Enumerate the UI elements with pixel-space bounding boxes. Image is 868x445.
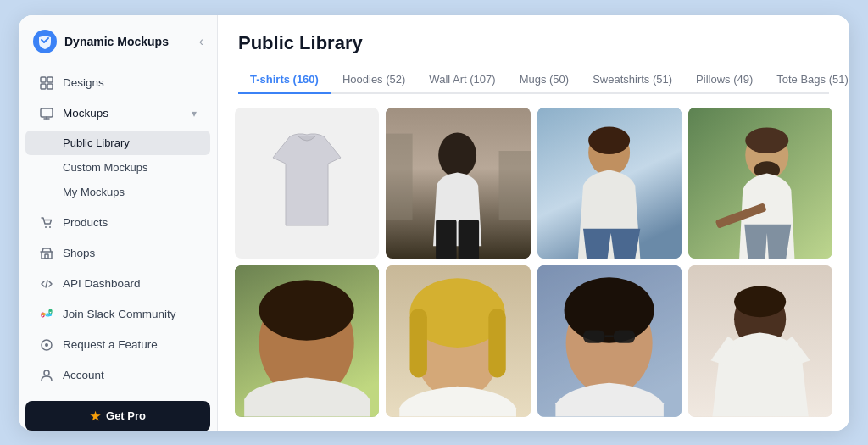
tab-mugs[interactable]: Mugs (50) bbox=[508, 66, 581, 94]
svg-rect-39 bbox=[410, 309, 427, 378]
svg-point-44 bbox=[564, 277, 654, 343]
sidebar: Dynamic Mockups ‹ Designs Mockups ▾ bbox=[19, 15, 218, 431]
mockup-item-1[interactable] bbox=[235, 108, 379, 259]
shops-icon bbox=[39, 246, 54, 261]
svg-point-35 bbox=[259, 280, 354, 340]
designs-icon bbox=[39, 75, 54, 91]
main-content: Public Library T-shirts (160) Hoodies (5… bbox=[218, 15, 849, 431]
mockup-item-4[interactable] bbox=[688, 108, 832, 259]
svg-point-17 bbox=[45, 343, 48, 347]
mockups-chevron-icon: ▾ bbox=[192, 108, 197, 120]
sidebar-item-account[interactable]: Account bbox=[25, 360, 210, 391]
sidebar-item-custom-mockups[interactable]: Custom Mockups bbox=[25, 155, 210, 180]
svg-rect-3 bbox=[41, 84, 46, 89]
brand-logo-icon bbox=[32, 29, 58, 54]
tab-hoodies[interactable]: Hoodies (52) bbox=[331, 66, 417, 94]
svg-point-6 bbox=[45, 226, 47, 228]
api-dashboard-label: API Dashboard bbox=[63, 277, 141, 290]
svg-rect-4 bbox=[47, 84, 53, 89]
feature-icon bbox=[39, 337, 54, 353]
tab-tshirts[interactable]: T-shirts (160) bbox=[238, 66, 331, 94]
collapse-sidebar-icon[interactable]: ‹ bbox=[199, 34, 203, 49]
main-header: Public Library T-shirts (160) Hoodies (5… bbox=[218, 15, 849, 94]
pro-star-icon: ★ bbox=[90, 409, 101, 423]
mockup-item-6[interactable] bbox=[386, 265, 530, 417]
brand-name: Dynamic Mockups bbox=[64, 35, 169, 48]
public-library-label: Public Library bbox=[63, 136, 130, 149]
tab-wall-art[interactable]: Wall Art (107) bbox=[417, 66, 507, 94]
sidebar-item-slack[interactable]: Join Slack Community bbox=[25, 299, 210, 330]
sidebar-item-mockups[interactable]: Mockups ▾ bbox=[25, 98, 210, 129]
designs-label: Designs bbox=[63, 76, 104, 89]
person-silhouette-2 bbox=[537, 108, 682, 259]
slack-label: Join Slack Community bbox=[63, 308, 176, 320]
svg-point-7 bbox=[49, 226, 51, 228]
my-mockups-label: My Mockups bbox=[63, 186, 125, 198]
sidebar-item-public-library[interactable]: Public Library bbox=[25, 131, 210, 155]
products-label: Products bbox=[63, 216, 108, 229]
svg-rect-1 bbox=[41, 77, 46, 82]
mockup-item-7[interactable] bbox=[537, 265, 682, 417]
svg-point-18 bbox=[44, 370, 49, 375]
sidebar-item-shops[interactable]: Shops bbox=[25, 238, 210, 269]
tab-pillows[interactable]: Pillows (49) bbox=[684, 66, 765, 94]
sidebar-item-api-dashboard[interactable]: API Dashboard bbox=[25, 269, 210, 299]
get-pro-button[interactable]: ★ Get Pro bbox=[25, 401, 210, 431]
svg-rect-23 bbox=[436, 220, 456, 259]
api-icon bbox=[39, 276, 54, 292]
mockup-item-8[interactable] bbox=[688, 265, 832, 417]
svg-rect-15 bbox=[42, 313, 46, 315]
svg-point-27 bbox=[588, 126, 630, 154]
sidebar-item-designs[interactable]: Designs bbox=[25, 68, 210, 98]
person-silhouette-1 bbox=[386, 108, 530, 259]
sidebar-item-request-feature[interactable]: Request a Feature bbox=[25, 330, 210, 360]
sidebar-nav: Designs Mockups ▾ Public Library Custom … bbox=[19, 64, 217, 394]
svg-rect-21 bbox=[499, 151, 531, 220]
person-silhouette-7 bbox=[688, 265, 832, 417]
svg-rect-45 bbox=[583, 331, 605, 343]
products-icon bbox=[39, 215, 54, 231]
shops-label: Shops bbox=[63, 247, 95, 259]
custom-mockups-label: Custom Mockups bbox=[63, 161, 147, 174]
image-grid bbox=[235, 108, 832, 417]
page-title: Public Library bbox=[238, 32, 829, 54]
svg-rect-40 bbox=[489, 309, 506, 378]
tshirt-placeholder bbox=[235, 108, 379, 259]
account-icon bbox=[39, 368, 54, 383]
person-silhouette-4 bbox=[235, 265, 379, 417]
svg-point-50 bbox=[734, 286, 786, 317]
mockup-grid-area bbox=[218, 94, 849, 431]
tabs-bar: T-shirts (160) Hoodies (52) Wall Art (10… bbox=[238, 66, 829, 94]
mockups-icon bbox=[39, 106, 54, 121]
request-feature-label: Request a Feature bbox=[63, 338, 158, 351]
slack-icon bbox=[39, 307, 54, 322]
app-container: Dynamic Mockups ‹ Designs Mockups ▾ bbox=[19, 15, 849, 431]
svg-rect-46 bbox=[613, 331, 635, 343]
get-pro-label: Get Pro bbox=[106, 409, 146, 422]
mockups-sub-nav: Public Library Custom Mockups My Mockups bbox=[19, 129, 217, 208]
mockup-item-3[interactable] bbox=[537, 108, 682, 259]
mockup-item-5[interactable] bbox=[235, 265, 379, 417]
mockup-item-2[interactable] bbox=[386, 108, 530, 259]
mockups-label: Mockups bbox=[63, 107, 108, 120]
svg-rect-20 bbox=[386, 133, 413, 220]
sidebar-item-products[interactable]: Products bbox=[25, 208, 210, 238]
svg-rect-2 bbox=[47, 77, 53, 82]
sidebar-footer: ★ Get Pro bbox=[19, 394, 217, 431]
sidebar-item-my-mockups[interactable]: My Mockups bbox=[25, 180, 210, 204]
svg-point-30 bbox=[745, 127, 788, 153]
person-silhouette-5 bbox=[386, 265, 530, 417]
person-silhouette-3 bbox=[688, 108, 832, 259]
sidebar-brand: Dynamic Mockups bbox=[32, 29, 169, 54]
sidebar-header: Dynamic Mockups ‹ bbox=[19, 15, 217, 64]
person-silhouette-6 bbox=[537, 265, 682, 417]
tab-tote-bags[interactable]: Tote Bags (51) bbox=[765, 66, 849, 94]
account-label: Account bbox=[63, 369, 104, 381]
svg-rect-24 bbox=[459, 220, 479, 259]
svg-rect-8 bbox=[45, 254, 48, 259]
tab-sweatshirts[interactable]: Sweatshirts (51) bbox=[581, 66, 684, 94]
svg-rect-5 bbox=[41, 108, 53, 117]
svg-point-22 bbox=[438, 132, 476, 177]
